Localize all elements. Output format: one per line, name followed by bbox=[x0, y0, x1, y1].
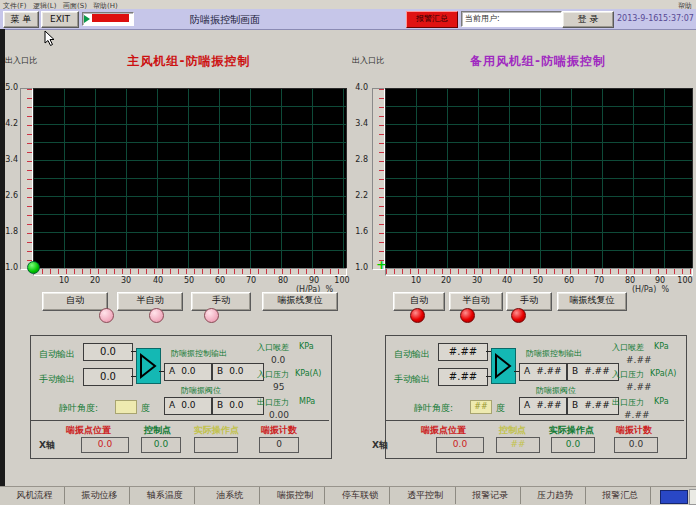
control-point-header: 控制点 bbox=[499, 424, 526, 437]
x-tick: 50 bbox=[177, 276, 201, 285]
nav-item-surge-control[interactable]: 喘振控制 bbox=[265, 487, 325, 504]
toolbar: 菜 单 EXIT 防喘振控制画面 报警汇总 当前用户: 登 录 2013-9-1… bbox=[0, 9, 696, 30]
main-manual-button[interactable]: 手动 bbox=[191, 292, 251, 311]
vane-angle-label: 静叶角度: bbox=[59, 402, 98, 415]
vane-angle-field[interactable] bbox=[115, 400, 137, 414]
y-tick: 1.8 bbox=[0, 227, 18, 236]
surge-point-value: 0.0 bbox=[436, 437, 484, 453]
x-tick: 60 bbox=[208, 276, 232, 285]
a-label: A bbox=[169, 366, 175, 376]
surge-point-value: 0.0 bbox=[81, 437, 129, 453]
x-tick: 60 bbox=[557, 276, 581, 285]
nav-item-alarm-summary[interactable]: 报警汇总 bbox=[591, 487, 651, 504]
vane-angle-label: 静叶角度: bbox=[414, 402, 453, 415]
alarm-summary-button[interactable]: 报警汇总 bbox=[406, 11, 458, 28]
x-tick: 30 bbox=[465, 276, 489, 285]
backup-auto-indicator bbox=[410, 308, 425, 323]
login-button[interactable]: 登 录 bbox=[562, 11, 614, 28]
menu-button[interactable]: 菜 单 bbox=[3, 11, 39, 28]
nav-item-shaft-temperature[interactable]: 轴系温度 bbox=[135, 487, 195, 504]
output-selector-switch[interactable] bbox=[136, 348, 161, 384]
outlet-pressure-unit: MPa bbox=[299, 397, 315, 406]
nav-selected-box[interactable] bbox=[660, 490, 688, 504]
y-tick: 1.0 bbox=[0, 263, 18, 272]
x-tick: 90 bbox=[648, 276, 672, 285]
valve-a-display: A0.0 bbox=[164, 397, 212, 415]
nav-item-fan-process[interactable]: 风机流程 bbox=[5, 487, 65, 504]
y-tick: 1.6 bbox=[350, 227, 368, 236]
x-axis-row-label: X轴 bbox=[372, 439, 388, 452]
auto-output-field[interactable]: #.## bbox=[438, 343, 488, 361]
outlet-pressure-unit: KPa bbox=[654, 397, 669, 406]
nav-item-shutdown-interlock[interactable]: 停车联锁 bbox=[330, 487, 390, 504]
auto-output-field[interactable]: 0.0 bbox=[83, 343, 133, 361]
manual-output-field[interactable]: #.## bbox=[438, 368, 488, 386]
output-selector-switch[interactable] bbox=[491, 348, 516, 384]
inlet-pressure-label: 入口压力 bbox=[612, 369, 644, 380]
outlet-pressure-value: 0.00 bbox=[269, 410, 289, 420]
backup-x-axis-ruler bbox=[385, 268, 693, 276]
backup-semi-auto-button[interactable]: 半自动 bbox=[449, 292, 503, 311]
x-tick: 40 bbox=[146, 276, 170, 285]
control-output-a-display: A0.0 bbox=[164, 363, 212, 381]
a-label: A bbox=[169, 400, 175, 410]
control-output-b-value: #.## bbox=[584, 366, 609, 376]
auto-output-label: 自动输出 bbox=[394, 348, 430, 361]
y-tick: 2.8 bbox=[350, 155, 368, 164]
vane-angle-unit: 度 bbox=[141, 402, 150, 415]
surge-count-header: 喘振计数 bbox=[261, 424, 297, 437]
operating-point-value bbox=[194, 437, 238, 453]
operating-point-marker-main bbox=[27, 261, 40, 274]
operating-point-header: 实际操作点 bbox=[549, 424, 594, 437]
nav-item-oil-system[interactable]: 油系统 bbox=[200, 487, 260, 504]
y-tick: 5.0 bbox=[0, 83, 18, 92]
valve-b-value: #.## bbox=[584, 400, 609, 410]
control-output-b-value: 0.0 bbox=[229, 366, 243, 376]
x-tick: 20 bbox=[434, 276, 458, 285]
b-label: B bbox=[217, 366, 223, 376]
main-y-axis-ruler bbox=[20, 88, 33, 270]
panel-divider bbox=[386, 420, 684, 421]
nav-item-alarm-record[interactable]: 报警记录 bbox=[461, 487, 521, 504]
backup-manual-button[interactable]: 手动 bbox=[506, 292, 552, 311]
y-tick: 4.2 bbox=[0, 119, 18, 128]
backup-fan-chart-title: 备用风机组-防喘振控制 bbox=[385, 53, 691, 70]
y-tick: 3.4 bbox=[350, 119, 368, 128]
x-tick: 90 bbox=[302, 276, 326, 285]
main-surge-line-reset-button[interactable]: 喘振线复位 bbox=[262, 292, 338, 311]
operating-point-value: 0.0 bbox=[551, 437, 595, 453]
valve-a-value: 0.0 bbox=[181, 400, 195, 410]
x-tick: 40 bbox=[495, 276, 519, 285]
main-fan-chart-title: 主风机组-防喘振控制 bbox=[33, 53, 345, 70]
valve-position-label: 防喘振阀位 bbox=[536, 385, 576, 396]
current-user-field[interactable]: 当前用户: bbox=[461, 11, 562, 27]
surge-point-header: 喘振点位置 bbox=[421, 424, 466, 437]
backup-semi-auto-indicator bbox=[460, 308, 475, 323]
inlet-pressure-value: 95 bbox=[273, 382, 284, 392]
backup-surge-line-reset-button[interactable]: 喘振线复位 bbox=[557, 292, 627, 311]
y-tick: 2.2 bbox=[350, 191, 368, 200]
control-point-header: 控制点 bbox=[144, 424, 171, 437]
a-label: A bbox=[524, 366, 530, 376]
vane-angle-unit: 度 bbox=[496, 402, 505, 415]
a-label: A bbox=[524, 400, 530, 410]
nav-item-vibration[interactable]: 振动位移 bbox=[70, 487, 130, 504]
exit-button[interactable]: EXIT bbox=[41, 11, 79, 28]
run-status-indicator bbox=[82, 12, 134, 26]
nav-item-turbine-control[interactable]: 透平控制 bbox=[396, 487, 456, 504]
x-tick: 80 bbox=[271, 276, 295, 285]
valve-a-display: A#.## bbox=[519, 397, 567, 415]
surge-count-header: 喘振计数 bbox=[616, 424, 652, 437]
nav-item-pressure-trend[interactable]: 压力趋势 bbox=[526, 487, 586, 504]
main-auto-button[interactable]: 自动 bbox=[42, 292, 108, 311]
backup-x-axis-unit: (H/Pa) % bbox=[632, 285, 669, 294]
inlet-dp-label: 入口喉差 bbox=[257, 342, 289, 353]
main-semi-auto-button[interactable]: 半自动 bbox=[117, 292, 183, 311]
manual-output-field[interactable]: 0.0 bbox=[83, 368, 133, 386]
inlet-pressure-unit: KPa(A) bbox=[295, 369, 321, 378]
vane-angle-field[interactable]: ## bbox=[470, 400, 492, 414]
control-output-a-value: 0.0 bbox=[181, 366, 195, 376]
backup-y-axis-ruler bbox=[372, 88, 385, 270]
x-tick: 70 bbox=[587, 276, 611, 285]
inlet-pressure-label: 入口压力 bbox=[257, 369, 289, 380]
